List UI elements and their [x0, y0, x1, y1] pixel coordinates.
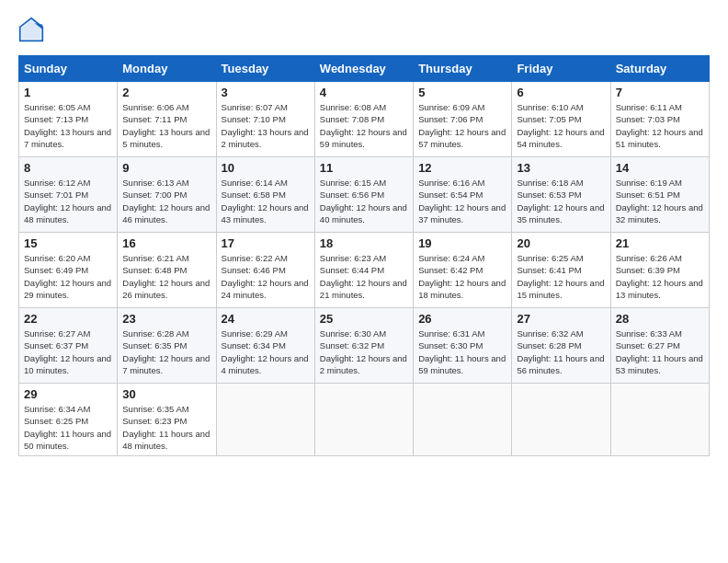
day-number: 4	[320, 86, 408, 99]
calendar-cell: 15 Sunrise: 6:20 AM Sunset: 6:49 PM Dayl…	[19, 233, 118, 308]
col-header-saturday: Saturday	[610, 56, 709, 82]
header	[18, 17, 710, 42]
calendar-cell: 16 Sunrise: 6:21 AM Sunset: 6:48 PM Dayl…	[118, 233, 216, 308]
day-number: 16	[122, 236, 210, 250]
calendar-cell: 26 Sunrise: 6:31 AM Sunset: 6:30 PM Dayl…	[414, 308, 512, 384]
day-info: Sunrise: 6:26 AM Sunset: 6:39 PM Dayligh…	[616, 252, 704, 301]
day-number: 28	[616, 312, 704, 326]
day-info: Sunrise: 6:09 AM Sunset: 7:06 PM Dayligh…	[418, 101, 506, 150]
day-number: 8	[24, 161, 112, 175]
calendar-week-row: 15 Sunrise: 6:20 AM Sunset: 6:49 PM Dayl…	[19, 233, 710, 308]
day-number: 9	[122, 161, 210, 175]
day-info: Sunrise: 6:27 AM Sunset: 6:37 PM Dayligh…	[24, 327, 112, 376]
day-number: 30	[122, 387, 210, 401]
calendar-cell: 7 Sunrise: 6:11 AM Sunset: 7:03 PM Dayli…	[610, 82, 709, 157]
calendar-week-row: 8 Sunrise: 6:12 AM Sunset: 7:01 PM Dayli…	[19, 157, 710, 233]
calendar-cell: 3 Sunrise: 6:07 AM Sunset: 7:10 PM Dayli…	[216, 82, 314, 157]
logo	[18, 17, 46, 42]
day-info: Sunrise: 6:30 AM Sunset: 6:32 PM Dayligh…	[320, 327, 408, 376]
calendar-cell: 27 Sunrise: 6:32 AM Sunset: 6:28 PM Dayl…	[512, 308, 610, 384]
calendar-cell: 25 Sunrise: 6:30 AM Sunset: 6:32 PM Dayl…	[314, 308, 413, 384]
day-number: 2	[122, 86, 210, 99]
day-number: 29	[24, 387, 112, 401]
day-info: Sunrise: 6:24 AM Sunset: 6:42 PM Dayligh…	[418, 252, 506, 301]
calendar-cell: 22 Sunrise: 6:27 AM Sunset: 6:37 PM Dayl…	[19, 308, 118, 384]
day-number: 27	[517, 312, 605, 326]
day-info: Sunrise: 6:08 AM Sunset: 7:08 PM Dayligh…	[320, 101, 408, 150]
calendar-cell: 19 Sunrise: 6:24 AM Sunset: 6:42 PM Dayl…	[414, 233, 512, 308]
day-info: Sunrise: 6:07 AM Sunset: 7:10 PM Dayligh…	[222, 101, 310, 150]
calendar-cell: 20 Sunrise: 6:25 AM Sunset: 6:41 PM Dayl…	[512, 233, 610, 308]
calendar-cell: 18 Sunrise: 6:23 AM Sunset: 6:44 PM Dayl…	[314, 233, 413, 308]
calendar-cell: 12 Sunrise: 6:16 AM Sunset: 6:54 PM Dayl…	[414, 157, 512, 233]
day-number: 15	[24, 236, 112, 250]
day-info: Sunrise: 6:19 AM Sunset: 6:51 PM Dayligh…	[616, 177, 704, 225]
day-number: 11	[320, 161, 408, 175]
day-number: 3	[222, 86, 310, 99]
day-info: Sunrise: 6:12 AM Sunset: 7:01 PM Dayligh…	[24, 177, 112, 225]
day-number: 12	[418, 161, 506, 175]
calendar-cell	[414, 384, 512, 456]
calendar-cell	[512, 384, 610, 456]
calendar-cell: 8 Sunrise: 6:12 AM Sunset: 7:01 PM Dayli…	[19, 157, 118, 233]
day-info: Sunrise: 6:31 AM Sunset: 6:30 PM Dayligh…	[418, 327, 506, 376]
calendar-week-row: 29 Sunrise: 6:34 AM Sunset: 6:25 PM Dayl…	[19, 384, 710, 456]
col-header-wednesday: Wednesday	[314, 56, 413, 82]
day-info: Sunrise: 6:25 AM Sunset: 6:41 PM Dayligh…	[517, 252, 605, 301]
calendar-week-row: 22 Sunrise: 6:27 AM Sunset: 6:37 PM Dayl…	[19, 308, 710, 384]
calendar-cell: 11 Sunrise: 6:15 AM Sunset: 6:56 PM Dayl…	[314, 157, 413, 233]
day-number: 14	[616, 161, 704, 175]
day-info: Sunrise: 6:29 AM Sunset: 6:34 PM Dayligh…	[222, 327, 310, 376]
calendar-cell: 5 Sunrise: 6:09 AM Sunset: 7:06 PM Dayli…	[414, 82, 512, 157]
calendar-cell: 17 Sunrise: 6:22 AM Sunset: 6:46 PM Dayl…	[216, 233, 314, 308]
day-info: Sunrise: 6:18 AM Sunset: 6:53 PM Dayligh…	[517, 177, 605, 225]
col-header-monday: Monday	[118, 56, 216, 82]
calendar-table: SundayMondayTuesdayWednesdayThursdayFrid…	[18, 55, 710, 456]
day-info: Sunrise: 6:33 AM Sunset: 6:27 PM Dayligh…	[616, 327, 704, 376]
day-number: 26	[418, 312, 506, 326]
calendar-cell: 30 Sunrise: 6:35 AM Sunset: 6:23 PM Dayl…	[118, 384, 216, 456]
col-header-tuesday: Tuesday	[216, 56, 314, 82]
calendar-cell	[610, 384, 709, 456]
day-info: Sunrise: 6:28 AM Sunset: 6:35 PM Dayligh…	[122, 327, 210, 376]
col-header-thursday: Thursday	[414, 56, 512, 82]
calendar-cell: 24 Sunrise: 6:29 AM Sunset: 6:34 PM Dayl…	[216, 308, 314, 384]
calendar-cell	[216, 384, 314, 456]
logo-icon	[18, 17, 44, 42]
day-number: 19	[418, 236, 506, 250]
day-info: Sunrise: 6:11 AM Sunset: 7:03 PM Dayligh…	[616, 101, 704, 150]
calendar-cell: 21 Sunrise: 6:26 AM Sunset: 6:39 PM Dayl…	[610, 233, 709, 308]
day-info: Sunrise: 6:05 AM Sunset: 7:13 PM Dayligh…	[24, 101, 112, 150]
calendar-cell: 6 Sunrise: 6:10 AM Sunset: 7:05 PM Dayli…	[512, 82, 610, 157]
day-info: Sunrise: 6:14 AM Sunset: 6:58 PM Dayligh…	[222, 177, 310, 225]
day-info: Sunrise: 6:13 AM Sunset: 7:00 PM Dayligh…	[122, 177, 210, 225]
day-number: 7	[616, 86, 704, 99]
day-info: Sunrise: 6:35 AM Sunset: 6:23 PM Dayligh…	[122, 403, 210, 452]
day-info: Sunrise: 6:10 AM Sunset: 7:05 PM Dayligh…	[517, 101, 605, 150]
day-number: 18	[320, 236, 408, 250]
day-info: Sunrise: 6:16 AM Sunset: 6:54 PM Dayligh…	[418, 177, 506, 225]
day-number: 10	[222, 161, 310, 175]
calendar-cell: 28 Sunrise: 6:33 AM Sunset: 6:27 PM Dayl…	[610, 308, 709, 384]
day-number: 25	[320, 312, 408, 326]
calendar-cell: 4 Sunrise: 6:08 AM Sunset: 7:08 PM Dayli…	[314, 82, 413, 157]
calendar-cell: 9 Sunrise: 6:13 AM Sunset: 7:00 PM Dayli…	[118, 157, 216, 233]
day-info: Sunrise: 6:23 AM Sunset: 6:44 PM Dayligh…	[320, 252, 408, 301]
calendar-cell: 14 Sunrise: 6:19 AM Sunset: 6:51 PM Dayl…	[610, 157, 709, 233]
day-info: Sunrise: 6:32 AM Sunset: 6:28 PM Dayligh…	[517, 327, 605, 376]
day-number: 1	[24, 86, 112, 99]
col-header-friday: Friday	[512, 56, 610, 82]
day-info: Sunrise: 6:21 AM Sunset: 6:48 PM Dayligh…	[122, 252, 210, 301]
calendar-week-row: 1 Sunrise: 6:05 AM Sunset: 7:13 PM Dayli…	[19, 82, 710, 157]
calendar-cell: 10 Sunrise: 6:14 AM Sunset: 6:58 PM Dayl…	[216, 157, 314, 233]
day-number: 22	[24, 312, 112, 326]
calendar-cell	[314, 384, 413, 456]
day-number: 21	[616, 236, 704, 250]
calendar-cell: 1 Sunrise: 6:05 AM Sunset: 7:13 PM Dayli…	[19, 82, 118, 157]
day-info: Sunrise: 6:15 AM Sunset: 6:56 PM Dayligh…	[320, 177, 408, 225]
day-number: 13	[517, 161, 605, 175]
day-number: 20	[517, 236, 605, 250]
day-info: Sunrise: 6:34 AM Sunset: 6:25 PM Dayligh…	[24, 403, 112, 452]
day-number: 17	[222, 236, 310, 250]
col-header-sunday: Sunday	[19, 56, 118, 82]
